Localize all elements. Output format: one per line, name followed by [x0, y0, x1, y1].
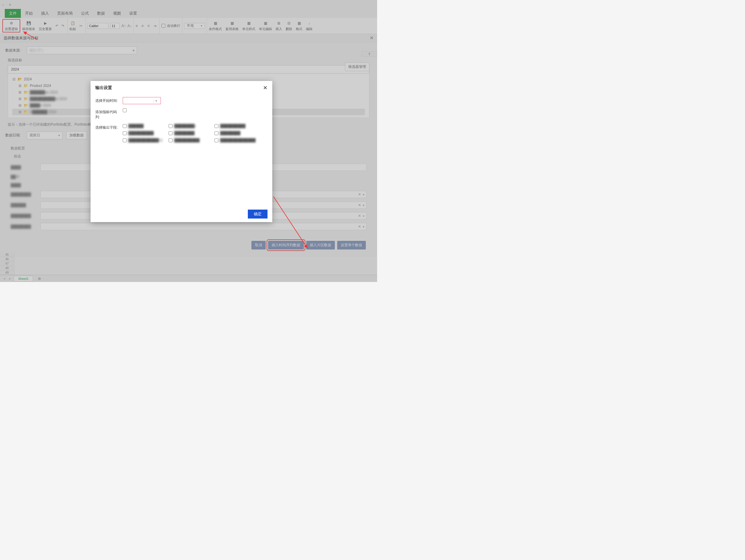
field-check[interactable]: ██████████████ [215, 138, 259, 142]
modal-close-icon[interactable]: ✕ [263, 84, 267, 91]
field-check[interactable]: ████████ [215, 131, 259, 135]
select-fields-label: 选择输出字段: [95, 124, 119, 130]
field-check[interactable]: ██████████ [169, 138, 213, 142]
field-checkbox[interactable] [215, 124, 218, 128]
field-checkbox[interactable] [215, 131, 218, 135]
modal-body: 选择开始时间: ▾ 添加指标代码列: 选择输出字段: ██████ ██████… [91, 95, 272, 206]
output-settings-modal: 输出设置 ✕ 选择开始时间: ▾ 添加指标代码列: 选择输出字段: ██████… [91, 81, 272, 222]
field-check[interactable]: ████████ [169, 131, 213, 135]
add-index-label: 添加指标代码列: [95, 108, 119, 120]
field-check[interactable]: ██████ [123, 124, 167, 128]
field-check[interactable]: ██████████ [215, 124, 259, 128]
modal-header: 输出设置 ✕ [91, 81, 272, 95]
field-checkbox[interactable] [123, 131, 127, 135]
field-checkbox[interactable] [123, 124, 127, 128]
modal-title: 输出设置 [95, 85, 112, 91]
fields-grid: ██████ ████████) ██████████ ██████████ █… [123, 124, 259, 142]
add-index-checkbox[interactable] [123, 108, 127, 112]
field-check[interactable]: ████████) [169, 124, 213, 128]
modal-footer: 确定 [91, 206, 272, 222]
chevron-down-icon: ▾ [153, 99, 159, 102]
field-checkbox[interactable] [169, 124, 172, 128]
field-checkbox[interactable] [123, 138, 127, 142]
start-time-label: 选择开始时间: [95, 97, 119, 103]
field-checkbox[interactable] [169, 138, 172, 142]
ok-button[interactable]: 确定 [248, 210, 267, 218]
field-check[interactable]: ████████████U) [123, 138, 167, 142]
start-time-select[interactable]: ▾ [123, 97, 161, 104]
field-check[interactable]: ██████████ [123, 131, 167, 135]
field-checkbox[interactable] [215, 138, 218, 142]
field-checkbox[interactable] [169, 131, 172, 135]
